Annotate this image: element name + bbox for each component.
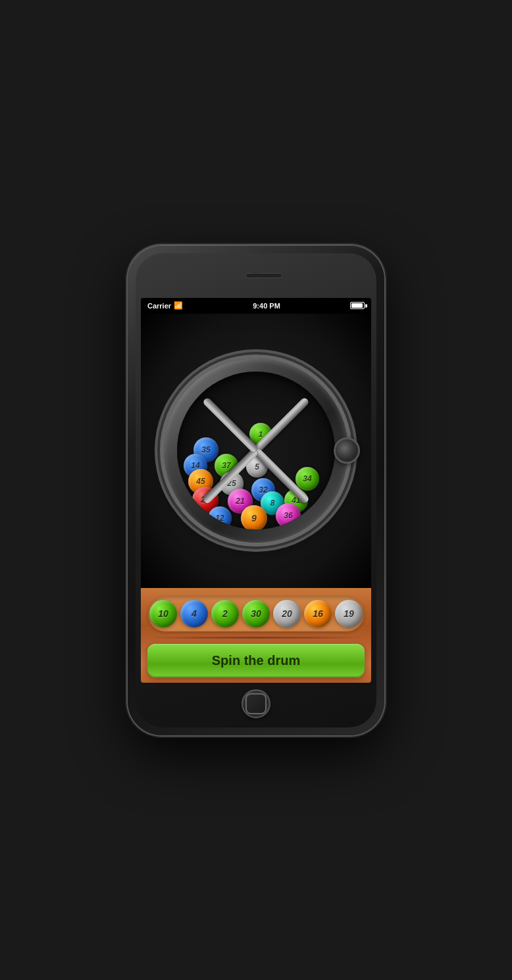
hub: [177, 372, 201, 395]
tray-ball-19: 19: [335, 600, 363, 627]
carrier-label: Carrier: [147, 302, 171, 310]
tray-divider: [147, 637, 365, 639]
phone-inner-frame: Carrier 📶 9:40 PM 35 1: [136, 253, 376, 727]
home-button-inner: [245, 693, 267, 714]
status-left: Carrier 📶: [147, 301, 183, 310]
home-button[interactable]: [242, 689, 270, 718]
tray-ball-10: 10: [149, 600, 177, 627]
tray-ball-16: 16: [304, 600, 332, 627]
tray-ball-20: 20: [273, 600, 301, 627]
balls-tray: 104230201619: [147, 596, 365, 631]
tray-ball-30: 30: [242, 600, 270, 627]
time-display: 9:40 PM: [253, 302, 280, 310]
speaker: [245, 273, 282, 278]
drum-area: 35 1 14 37 5 45 25 28 32 21 8 41: [141, 314, 371, 588]
drum-ball-34: 34: [295, 467, 319, 491]
battery-icon: [350, 302, 365, 309]
phone-frame: Carrier 📶 9:40 PM 35 1: [128, 245, 384, 735]
spin-drum-button[interactable]: Spin the drum: [147, 644, 365, 677]
exit-tube: [334, 437, 360, 464]
drum-ball-9: 9: [241, 505, 267, 529]
screen: Carrier 📶 9:40 PM 35 1: [141, 298, 371, 683]
tray-ball-4: 4: [180, 600, 208, 627]
tray-ball-2: 2: [211, 600, 239, 627]
tray-section: 104230201619 Spin the drum: [141, 588, 371, 683]
wifi-icon: 📶: [174, 301, 183, 310]
battery-fill: [351, 303, 363, 308]
drum-wheel: 35 1 14 37 5 45 25 28 32 21 8 41: [164, 358, 348, 543]
drum-inner: 35 1 14 37 5 45 25 28 32 21 8 41: [177, 372, 335, 529]
status-bar: Carrier 📶 9:40 PM: [141, 298, 371, 314]
drum-ball-36: 36: [276, 503, 301, 528]
drum-ball-12: 12: [208, 506, 232, 529]
balls-container: 35 1 14 37 5 45 25 28 32 21 8 41: [180, 418, 332, 523]
